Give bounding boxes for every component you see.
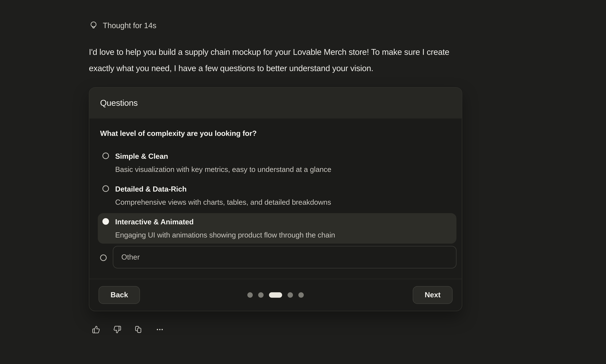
option-row-interactive-animated[interactable]: Interactive & Animated Engaging UI with …: [98, 213, 457, 244]
back-button[interactable]: Back: [99, 286, 140, 304]
option-row-other[interactable]: [95, 246, 461, 268]
thumbs-up-icon: [92, 325, 100, 334]
radio-button[interactable]: [102, 218, 109, 225]
pagination-dot-active: [269, 292, 282, 298]
card-title: Questions: [100, 98, 138, 108]
options-list: Simple & Clean Basic visualization with …: [98, 147, 457, 268]
option-description: Engaging UI with animations showing prod…: [115, 230, 335, 240]
thumbs-down-icon: [113, 325, 121, 334]
option-title: Simple & Clean: [115, 151, 331, 161]
more-options-button[interactable]: [156, 325, 164, 334]
radio-button[interactable]: [102, 185, 109, 192]
pagination-dot: [298, 292, 304, 298]
radio-button[interactable]: [100, 254, 107, 261]
thought-toggle[interactable]: Thought for 14s: [89, 21, 156, 30]
assistant-message: I'd love to help you build a supply chai…: [89, 44, 568, 76]
questions-card: Questions What level of complexity are y…: [89, 87, 462, 311]
question-text: What level of complexity are you looking…: [100, 129, 452, 138]
thought-label: Thought for 14s: [103, 21, 157, 30]
next-button[interactable]: Next: [413, 286, 453, 304]
option-description: Basic visualization with key metrics, ea…: [115, 165, 331, 174]
option-row-simple-clean[interactable]: Simple & Clean Basic visualization with …: [98, 147, 457, 178]
radio-button[interactable]: [102, 153, 109, 159]
more-horizontal-icon: [156, 325, 164, 334]
pagination-dot: [258, 292, 264, 298]
card-footer: Back Next: [89, 279, 462, 311]
option-title: Interactive & Animated: [115, 217, 335, 227]
card-body: What level of complexity are you looking…: [89, 119, 462, 268]
other-input[interactable]: [113, 246, 457, 268]
thumbs-up-button[interactable]: [92, 325, 100, 334]
message-actions: [92, 325, 164, 334]
pagination-dot: [287, 292, 293, 298]
copy-icon: [135, 325, 143, 334]
lightbulb-icon: [89, 21, 98, 30]
pagination-dot: [247, 292, 253, 298]
card-header: Questions: [89, 88, 462, 119]
option-title: Detailed & Data-Rich: [115, 184, 331, 194]
option-description: Comprehensive views with charts, tables,…: [115, 197, 331, 207]
pagination-dots: [247, 292, 304, 298]
option-row-detailed-data-rich[interactable]: Detailed & Data-Rich Comprehensive views…: [98, 180, 457, 211]
copy-button[interactable]: [135, 325, 143, 334]
thumbs-down-button[interactable]: [113, 325, 121, 334]
